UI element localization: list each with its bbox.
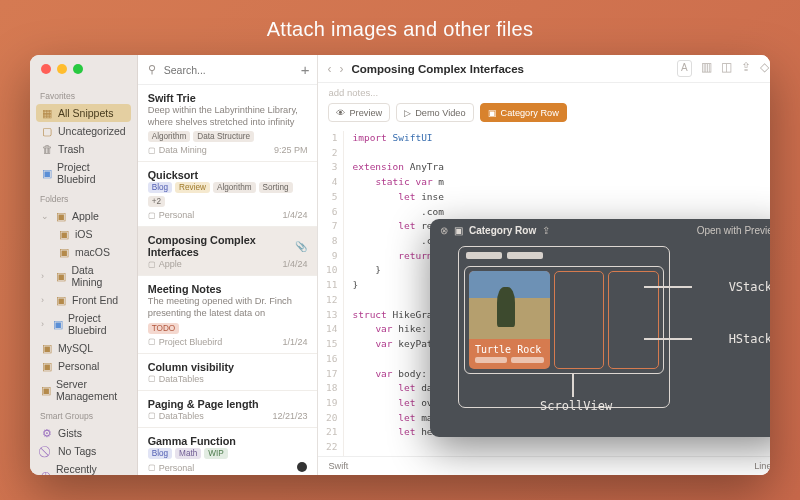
folder-icon: ▢ [148,337,156,346]
tag-chip[interactable]: TODO [148,323,180,334]
sidebar-item-data-mining[interactable]: ›▣Data Mining [36,261,131,291]
sidebar-item-front-end[interactable]: ›▣Front End [36,291,131,309]
tag-chip[interactable]: Math [175,448,201,459]
language-label[interactable]: Swift [328,461,348,471]
sidebar-item-gists[interactable]: ⚙Gists [36,424,131,442]
folder-icon: ▢ [148,260,156,269]
font-button[interactable]: A [677,60,692,77]
folder-name: DataTables [159,411,204,421]
sidebar-item-server-management[interactable]: ▣Server Management [36,375,131,405]
layout-icon[interactable]: ▥ [701,60,712,77]
sidebar-item-trash[interactable]: 🗑Trash [36,140,131,158]
back-button[interactable]: ‹ [327,62,331,76]
popover-header: ⊗ ▣ Category Row ⇪ Open with Preview [430,219,770,242]
image-preview-popover[interactable]: ⊗ ▣ Category Row ⇪ Open with Preview Tur… [430,219,770,437]
tag-chip[interactable]: Algorithm [213,182,256,193]
sidebar-item-ios[interactable]: ▣iOS [36,225,131,243]
label: Recently Modified [56,463,126,475]
label: Personal [58,360,99,372]
note-card[interactable]: QuicksortBlogReviewAlgorithmSorting+2▢Pe… [138,162,318,227]
label: Uncategorized [58,125,126,137]
note-date [297,462,307,474]
close-window-icon[interactable] [41,64,51,74]
vstack-label: VStack [729,280,770,294]
sidebar-item-recently-modified[interactable]: ◷Recently Modified [36,460,131,475]
sidebar-item-no-tags[interactable]: ⃠No Tags [36,442,131,460]
search-input[interactable] [164,64,295,76]
note-card[interactable]: Paging & Page length▢DataTables12/21/23 [138,391,318,428]
sidebar-item-personal[interactable]: ▣Personal [36,357,131,375]
sidebar-item-mysql[interactable]: ▣MySQL [36,339,131,357]
note-card[interactable]: Swift TrieDeep within the Labyrinthine L… [138,85,318,162]
sidebar-item-project-bluebird-fav[interactable]: ▣Project Bluebird [36,158,131,188]
attachment-chip[interactable]: ▣Category Row [480,103,567,122]
note-card[interactable]: Meeting NotesThe meeting opened with Dr.… [138,276,318,353]
img-icon: ▣ [488,107,497,118]
sidebar-section-smart: Smart Groups [40,411,127,421]
folder-name: Apple [159,259,182,269]
tag-chip[interactable]: Sorting [259,182,293,193]
folder-icon: ▣ [41,360,53,372]
tag-chip[interactable]: WIP [204,448,227,459]
notag-icon: ⃠ [41,445,53,457]
folder-icon: ▣ [53,318,63,330]
folder-icon: ▢ [148,211,156,220]
attachment-chip[interactable]: 👁Preview [328,103,390,122]
sidebar-icon[interactable]: ◫ [721,60,732,77]
image-icon: ▣ [454,225,463,236]
share-icon[interactable]: ⇪ [741,60,751,77]
note-date: 1/1/24 [282,337,307,347]
open-with-preview-link[interactable]: Open with Preview [697,225,770,236]
folder-name: Project Bluebird [159,337,223,347]
label: No Tags [58,445,96,457]
diagram: Turtle Rock VStack HStack ScrollView [444,246,770,411]
sidebar-item-project-bluebird[interactable]: ›▣Project Bluebird [36,309,131,339]
label: Trash [58,143,84,155]
attachments-row: 👁Preview▷Demo Video▣Category Row [318,98,770,129]
folder-icon: ▣ [58,228,70,240]
close-icon[interactable]: ⊗ [440,225,448,236]
attachment-label: Category Row [501,108,559,118]
github-icon [297,462,307,472]
tag-chip[interactable]: +2 [148,196,165,207]
window-controls[interactable] [41,64,83,74]
note-meta: ▢DataTables12/21/23 [148,411,308,421]
sidebar-item-all-snippets[interactable]: ▦All Snippets [36,104,131,122]
note-meta: ▢Personal1/4/24 [148,210,308,220]
note-title: Meeting Notes [148,283,308,295]
note-card[interactable]: Composing Complex Interfaces📎▢Apple1/4/2… [138,227,318,276]
sidebar-item-apple[interactable]: ⌄▣Apple [36,207,131,225]
note-card[interactable]: Gamma FunctionBlogMathWIP▢Personal [138,428,318,476]
tag-chip[interactable]: Data Structure [193,131,254,142]
chevron-right-icon: › [41,271,50,281]
attachment-chip[interactable]: ▷Demo Video [396,103,473,122]
play-icon: ▷ [404,107,411,118]
new-note-button[interactable]: + [301,61,310,78]
zoom-window-icon[interactable] [73,64,83,74]
minimize-window-icon[interactable] [57,64,67,74]
tag-icon[interactable]: ◇ [760,60,769,77]
placeholder-card [554,271,605,369]
share-icon[interactable]: ⇪ [542,225,550,236]
label: Project Bluebird [57,161,126,185]
eye-icon: 👁 [336,108,345,118]
card-image [469,271,550,339]
tag-chip[interactable]: Blog [148,182,172,193]
note-card[interactable]: Column visibility▢DataTables [138,354,318,391]
notes-list[interactable]: Swift TrieDeep within the Labyrinthine L… [138,85,318,475]
tag-chip[interactable]: Review [175,182,210,193]
sidebar-item-macos[interactable]: ▣macOS [36,243,131,261]
folder-name: Personal [159,463,195,473]
note-tags: BlogReviewAlgorithmSorting+2 [148,182,308,207]
sidebar-section-folders: Folders [40,194,127,204]
forward-button[interactable]: › [339,62,343,76]
leader-line [644,338,692,340]
tag-chip[interactable]: Blog [148,448,172,459]
note-title: Gamma Function [148,435,308,447]
add-notes-field[interactable]: add notes... [318,83,770,98]
label: MySQL [58,342,93,354]
tag-chip[interactable]: Algorithm [148,131,191,142]
label: Server Management [56,378,126,402]
sidebar-item-uncategorized[interactable]: ▢Uncategorized [36,122,131,140]
note-title: Swift Trie [148,92,308,104]
